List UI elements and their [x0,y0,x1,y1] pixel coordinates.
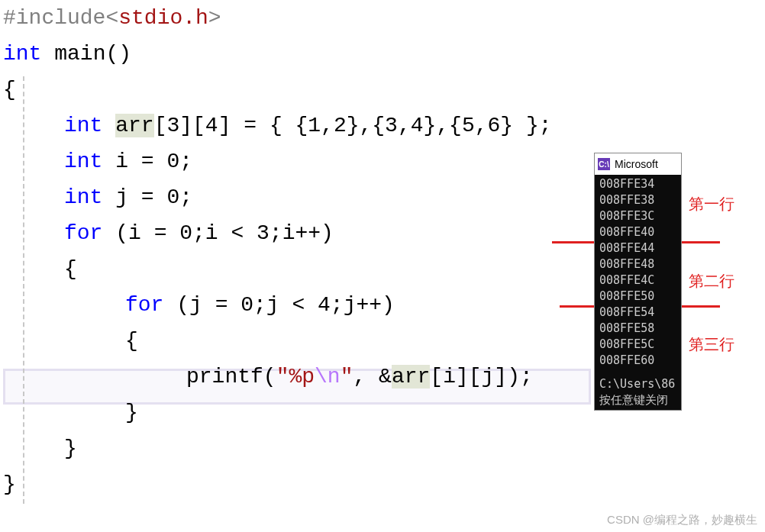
console-output[interactable]: 008FFE34 008FFE38 008FFE3C 008FFE40 008F… [595,175,681,410]
redline-2 [560,305,594,308]
code-line-13[interactable]: } [3,430,765,466]
code-line-3[interactable]: { [3,72,765,108]
console-line: 008FFE50 [599,289,676,305]
console-titlebar[interactable]: C:\ Microsoft [595,153,681,175]
console-line: 008FFE34 [599,176,676,192]
annotation-row1: 第一行 [689,194,734,214]
code-line-1[interactable]: #include<stdio.h> [3,0,765,36]
code-line-14[interactable]: } [3,466,765,502]
redline-1 [552,241,594,243]
console-line: 008FFE58 [599,321,676,337]
console-line: 008FFE5C [599,337,676,353]
code-line-4[interactable]: int arr[3][4] = { {1,2},{3,4},{5,6} }; [3,108,765,143]
console-icon: C:\ [598,158,610,170]
redline-2b [682,305,720,308]
arr-identifier: arr [115,114,153,137]
console-line: 008FFE54 [599,305,676,321]
console-path: C:\Users\86 [599,376,676,392]
console-line: 008FFE3C [599,208,676,224]
console-line: 008FFE4C [599,272,676,289]
console-title-text: Microsoft [615,156,658,172]
redline-1b [682,241,720,243]
code-line-2[interactable]: int main() [3,36,765,72]
console-line: 008FFE60 [599,353,676,369]
annotation-row2: 第二行 [689,271,734,292]
console-window[interactable]: C:\ Microsoft 008FFE34 008FFE38 008FFE3C… [594,153,682,411]
console-line: 008FFE38 [599,192,676,208]
watermark: CSDN @编程之路，妙趣横生 [607,513,757,527]
preproc-include: #include [3,6,105,30]
include-file: stdio.h [118,6,208,30]
console-line: 008FFE44 [599,240,676,256]
console-prompt: 按任意键关闭 [599,392,676,408]
annotation-row3: 第三行 [689,334,734,355]
arr-identifier: arr [392,365,430,389]
console-line: 008FFE48 [599,256,676,272]
console-line: 008FFE40 [599,224,676,240]
